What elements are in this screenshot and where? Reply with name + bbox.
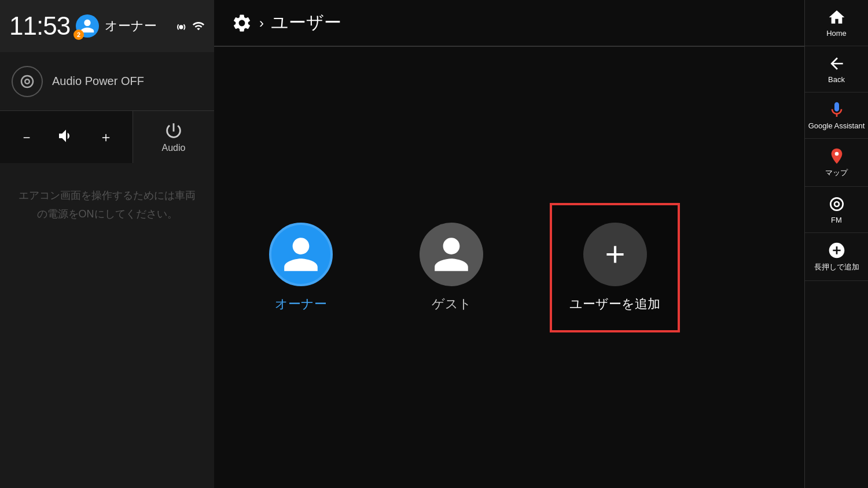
owner-avatar: [269, 223, 333, 286]
maps-label: マップ: [825, 168, 848, 178]
guest-avatar: [420, 223, 483, 286]
left-panel: 11:53 2 オーナー Audio Power OFF: [0, 0, 214, 488]
audio-power-button[interactable]: Audio: [133, 111, 214, 163]
sidebar-item-long-press-add[interactable]: 長押しで追加: [805, 233, 868, 281]
sidebar-item-fm[interactable]: FM: [805, 187, 868, 233]
back-icon: [827, 54, 846, 73]
user-name-label: オーナー: [105, 17, 157, 35]
power-icon: [164, 121, 183, 141]
status-icons: [175, 20, 205, 32]
car-connectivity-icon: [175, 20, 187, 32]
add-user-circle: [583, 223, 647, 286]
plus-icon: [601, 240, 630, 269]
right-sidebar: Home Back Google Assistant マップ FM: [804, 0, 868, 488]
add-user-label: ユーザーを追加: [569, 295, 660, 313]
home-label: Home: [826, 29, 847, 38]
guest-person-icon: [431, 234, 472, 275]
owner-user-card[interactable]: オーナー: [249, 223, 353, 313]
clock: 11:53: [9, 12, 70, 40]
maps-icon: [827, 147, 846, 165]
audio-power-off-text: Audio Power OFF: [52, 75, 144, 88]
volume-row: － ＋ Audio: [0, 111, 214, 163]
ac-message-text: エアコン画面を操作するためには車両の電源をONにしてください。: [19, 190, 196, 220]
sidebar-item-home[interactable]: Home: [805, 0, 868, 46]
ac-message: エアコン画面を操作するためには車両の電源をONにしてください。: [0, 163, 214, 247]
audio-power-label: Audio: [162, 143, 186, 153]
owner-name-label: オーナー: [275, 295, 327, 313]
home-icon: [827, 8, 846, 27]
speaker-icon: [57, 127, 75, 147]
sidebar-item-google-assistant[interactable]: Google Assistant: [805, 93, 868, 139]
audio-off-row[interactable]: Audio Power OFF: [0, 52, 214, 111]
breadcrumb-title: ユーザー: [271, 11, 341, 35]
volume-controls: － ＋: [0, 111, 133, 163]
fm-icon: [827, 195, 846, 213]
fm-label: FM: [831, 216, 842, 224]
main-content: › ユーザー オーナー ゲスト: [214, 0, 804, 488]
google-assistant-icon: [827, 101, 846, 119]
users-area: オーナー ゲスト ユーザーを追加: [214, 47, 804, 488]
sidebar-item-maps[interactable]: マップ: [805, 139, 868, 187]
owner-person-icon: [280, 234, 322, 275]
status-bar: 11:53 2 オーナー: [0, 0, 214, 52]
volume-minus-button[interactable]: －: [15, 125, 38, 149]
guest-name-label: ゲスト: [432, 295, 472, 313]
svg-point-0: [834, 152, 838, 156]
user-avatar[interactable]: 2: [76, 14, 99, 38]
google-assistant-label: Google Assistant: [808, 121, 865, 130]
plus-circle-icon: [827, 241, 846, 260]
add-user-card[interactable]: ユーザーを追加: [550, 203, 680, 332]
notification-badge: 2: [73, 29, 84, 40]
guest-user-card[interactable]: ゲスト: [399, 223, 503, 313]
radio-waves-icon: [19, 73, 36, 90]
long-press-label: 長押しで追加: [814, 262, 859, 272]
fm-radio-icon: [12, 66, 43, 97]
sidebar-item-back[interactable]: Back: [805, 46, 868, 93]
breadcrumb-header: › ユーザー: [214, 0, 804, 46]
back-label: Back: [828, 75, 845, 84]
wifi-icon: [192, 20, 205, 32]
breadcrumb-chevron: ›: [259, 15, 264, 31]
volume-plus-button[interactable]: ＋: [94, 125, 117, 149]
settings-icon: [231, 13, 252, 34]
